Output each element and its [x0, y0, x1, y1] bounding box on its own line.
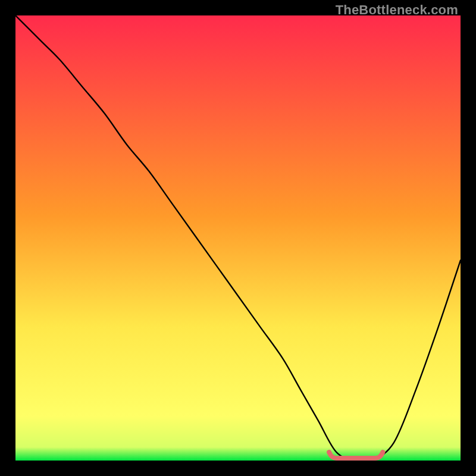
watermark-text: TheBottleneck.com — [336, 2, 458, 18]
bottleneck-chart — [15, 15, 461, 461]
chart-frame — [15, 15, 461, 461]
gradient-background — [15, 15, 461, 461]
